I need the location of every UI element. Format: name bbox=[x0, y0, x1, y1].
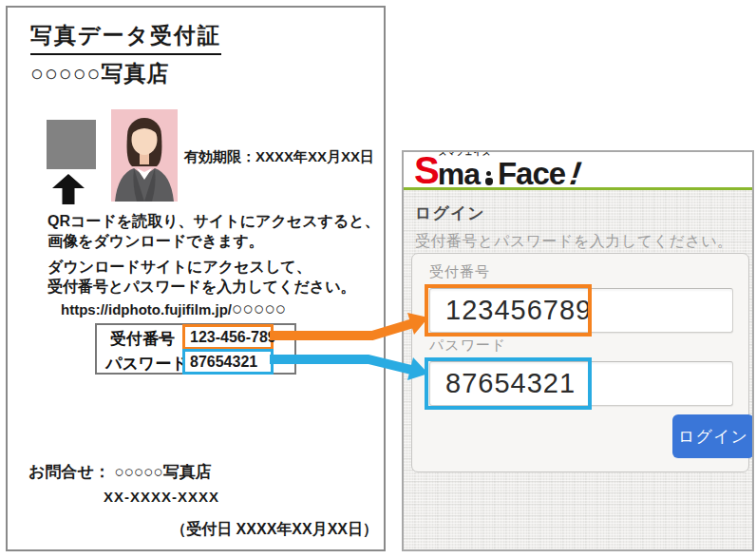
logo-face-text: Face bbox=[498, 158, 565, 189]
receipt-title: 写真データ受付証 bbox=[30, 21, 221, 55]
login-button[interactable]: ログイン bbox=[672, 414, 754, 458]
receipt-password-value: 87654321 bbox=[182, 349, 274, 375]
logo-ruby-text: スマフェイス bbox=[439, 150, 491, 157]
receipt-card: 写真データ受付証 ○○○○○写真店 有効期限：XXXX年XX月XX日 QRコード bbox=[6, 6, 386, 551]
qr-instruction: QRコードを読取り、サイトにアクセスすると、 画像をダウンロードできます。 bbox=[47, 211, 380, 251]
received-date: （受付日 XXXX年XX月XX日） bbox=[171, 520, 378, 540]
app-password-label: パスワード bbox=[429, 337, 506, 355]
login-instruction: 受付番号とパスワードを入力してください。 bbox=[415, 232, 733, 252]
smaface-logo: S スマフェイスma Face ! bbox=[414, 150, 581, 189]
contact-shop: ○○○○○写真店 bbox=[115, 463, 212, 481]
id-photo bbox=[111, 109, 178, 202]
login-heading: ログイン bbox=[415, 202, 485, 224]
app-header: S スマフェイスma Face ! bbox=[404, 152, 754, 190]
download-url-suffix: ○○○○○ bbox=[232, 298, 286, 318]
smaface-app-window: S スマフェイスma Face ! ログイン 受付番号とパスワードを入力してくだ… bbox=[402, 150, 754, 551]
contact-label: お問合せ： bbox=[28, 463, 110, 481]
app-number-label: 受付番号 bbox=[429, 263, 490, 281]
contact-line: お問合せ： ○○○○○写真店 bbox=[28, 461, 212, 483]
logo-letters-ma: スマフェイスma bbox=[438, 150, 480, 189]
qr-instruction-line1: QRコードを読取り、サイトにアクセスすると、 bbox=[47, 211, 380, 231]
contact-phone: XX-XXXX-XXXX bbox=[104, 489, 219, 505]
screenshot-root: 写真データ受付証 ○○○○○写真店 有効期限：XXXX年XX月XX日 QRコード bbox=[0, 0, 756, 558]
receipt-number-label: 受付番号 bbox=[110, 328, 175, 350]
logo-letter-s: S bbox=[414, 151, 438, 189]
password-input[interactable]: 87654321 bbox=[429, 361, 733, 406]
site-instruction: ダウンロードサイトにアクセスして、 受付番号とパスワードを入力してください。 bbox=[47, 257, 356, 297]
qr-instruction-line2: 画像をダウンロードできます。 bbox=[47, 231, 380, 251]
site-instruction-line2: 受付番号とパスワードを入力してください。 bbox=[47, 277, 356, 297]
logo-separator-icon bbox=[485, 171, 493, 185]
number-input[interactable]: 123456789 bbox=[429, 288, 733, 333]
download-url-prefix: https://idphoto.fujifilm.jp/ bbox=[61, 301, 232, 317]
site-instruction-line1: ダウンロードサイトにアクセスして、 bbox=[47, 257, 356, 277]
logo-ma-text: ma bbox=[438, 157, 480, 191]
login-form-panel: 受付番号 123456789 パスワード 87654321 ログイン bbox=[411, 253, 749, 472]
logo-exclamation: ! bbox=[566, 157, 587, 189]
arrow-up-icon bbox=[52, 174, 85, 204]
receipt-shop-name: ○○○○○写真店 bbox=[30, 59, 169, 88]
receipt-number-value: 123-456-789 bbox=[182, 324, 274, 350]
expiry-date: 有効期限：XXXX年XX月XX日 bbox=[184, 148, 374, 166]
receipt-password-label: パスワード bbox=[105, 353, 188, 375]
qr-code-placeholder bbox=[47, 120, 96, 169]
download-url: https://idphoto.fujifilm.jp/○○○○○ bbox=[61, 298, 286, 319]
